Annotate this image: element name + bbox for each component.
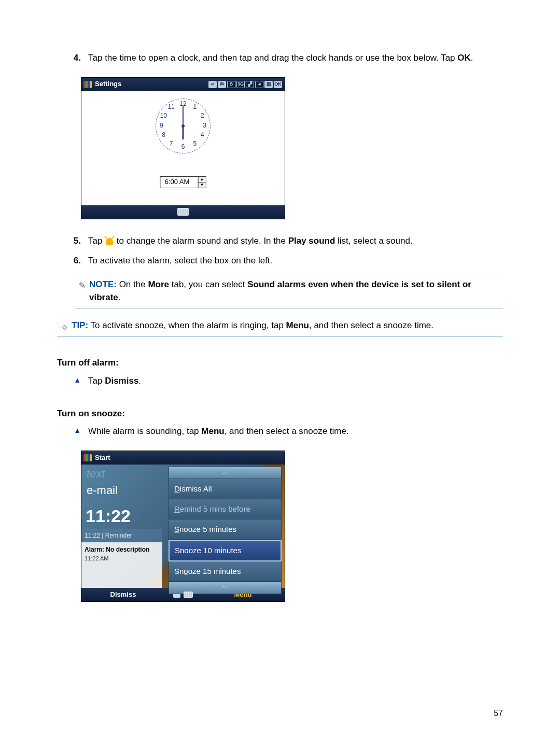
clock-num-1: 1 [190, 103, 200, 112]
clock-num-9: 9 [157, 121, 166, 130]
tip-label: TIP: [72, 320, 88, 330]
menu-item[interactable]: Snooze 5 minutes [169, 519, 282, 540]
bottom-bar [81, 205, 285, 219]
spin-down-icon[interactable]: ▼ [198, 182, 205, 188]
start-flag-icon [83, 81, 92, 88]
screenshot-settings-clock: Settings ∞ ✉ B 3G ▞ ◄ ▥ OK 12 1 2 3 4 5 … [81, 77, 503, 219]
clock-num-10: 10 [159, 111, 169, 120]
text-bold: Menu [286, 320, 309, 330]
tip-callout: ☼ TIP: To activate snooze, when the alar… [57, 316, 503, 337]
clock-num-4: 4 [198, 131, 207, 140]
menu-item[interactable]: Snooze 15 minutes [169, 561, 282, 582]
today-clock: 11:22 [81, 502, 162, 529]
keyboard-icon[interactable] [184, 592, 193, 598]
text: Tap [88, 376, 105, 386]
title-bar-start: Start [81, 451, 285, 465]
bell-icon [105, 237, 114, 246]
turn-off-body: Tap Dismiss. [88, 375, 503, 388]
clock-pivot [181, 124, 185, 128]
spin-up-icon[interactable]: ▲ [198, 177, 205, 182]
text: Tap [88, 236, 105, 246]
minute-hand[interactable] [183, 106, 184, 126]
network-3g-icon: 3G [236, 81, 245, 88]
text: list, select a sound. [335, 236, 412, 246]
volume-icon: ◄ [255, 81, 263, 88]
softkey-dismiss[interactable]: Dismiss [81, 590, 165, 600]
text-bold: Menu [201, 426, 224, 436]
menu-item[interactable]: Snooze 10 minutes [169, 540, 282, 561]
clock-num-2: 2 [198, 111, 207, 120]
tip-icon: ☼ [57, 319, 72, 332]
list-body-4: Tap the time to open a clock, and then t… [88, 52, 503, 65]
note-callout: ✎ NOTE: On the More tab, you can select … [75, 275, 503, 308]
note-label: NOTE: [89, 279, 117, 289]
mail-icon: ✉ [218, 81, 226, 88]
heading-turn-off-alarm: Turn off alarm: [57, 357, 503, 370]
today-text-label: text [81, 465, 162, 482]
voicemail-icon: ∞ [208, 81, 217, 88]
keyboard-icon[interactable] [177, 208, 189, 216]
page-number: 57 [494, 707, 503, 719]
list-body-6: To activate the alarm, select the box on… [88, 255, 503, 268]
today-email-label: e-mail [81, 482, 162, 502]
heading-turn-on-snooze: Turn on snooze: [57, 407, 503, 420]
text: . [138, 376, 141, 386]
text: . [471, 53, 473, 63]
text: , and then select a snooze time. [225, 426, 349, 436]
ok-button[interactable]: OK [274, 81, 282, 88]
list-number-5: 5. [57, 235, 88, 248]
list-body-5: Tap to change the alarm sound and style.… [88, 235, 503, 248]
text: to change the alarm sound and style. In … [114, 236, 288, 246]
menu-item: Remind 5 mins before [169, 499, 282, 519]
text: To activate snooze, when the alarm is ri… [91, 320, 286, 330]
title-text: Start [95, 453, 110, 463]
triangle-bullet-icon: ▲ [57, 425, 88, 438]
clock-num-6: 6 [178, 143, 188, 152]
time-spinner[interactable]: ▲▼ [198, 177, 205, 188]
text-bold: Dismiss [105, 376, 138, 386]
list-number-4: 4. [57, 52, 88, 65]
text: . [118, 292, 121, 302]
clock-num-8: 8 [159, 131, 169, 140]
clock-num-3: 3 [200, 121, 209, 130]
triangle-bullet-icon: ▲ [57, 375, 88, 388]
time-value[interactable]: 6:00 AM [161, 177, 198, 188]
clock-num-11: 11 [166, 103, 176, 112]
bluetooth-icon: B [227, 81, 235, 88]
hour-hand[interactable] [183, 126, 184, 139]
alarm-title: Alarm: No description [85, 545, 159, 554]
reminder-header: 11:22 | Reminder [81, 529, 162, 542]
text: , and then select a snooze time. [309, 320, 433, 330]
title-bar: Settings ∞ ✉ B 3G ▞ ◄ ▥ OK [81, 78, 285, 91]
text-bold: Play sound [288, 236, 335, 246]
text-bold: More [148, 279, 169, 289]
menu-item[interactable]: Dismiss All [169, 479, 282, 499]
today-pane: text e-mail 11:22 11:22 | Reminder Alarm… [81, 465, 162, 588]
alarm-card: Alarm: No description 11:22 AM [81, 542, 162, 588]
clock-area[interactable]: 12 1 2 3 4 5 6 7 8 9 10 11 6:00 AM ▲▼ [81, 91, 285, 205]
battery-icon: ▥ [264, 81, 273, 88]
signal-icon: ▞ [246, 81, 254, 88]
snooze-menu: ︿ Dismiss AllRemind 5 mins beforeSnooze … [169, 467, 282, 586]
alarm-time: 11:22 AM [85, 555, 159, 563]
clock-num-7: 7 [166, 139, 176, 148]
text: On the [119, 279, 148, 289]
time-input[interactable]: 6:00 AM ▲▼ [160, 176, 206, 188]
menu-scroll-up[interactable]: ︿ [169, 467, 282, 479]
clock-num-5: 5 [190, 139, 200, 148]
note-icon: ✎ [75, 278, 89, 304]
screenshot-start-snooze: Start text e-mail 11:22 11:22 | Reminder… [81, 451, 503, 602]
clock-face[interactable]: 12 1 2 3 4 5 6 7 8 9 10 11 [156, 99, 211, 153]
text-bold: OK [457, 53, 471, 63]
title-text: Settings [95, 79, 121, 89]
text: tab, you can select [169, 279, 247, 289]
list-number-6: 6. [57, 255, 88, 268]
text: Tap the time to open a clock, and then t… [88, 53, 457, 63]
start-flag-icon [83, 454, 92, 461]
text: While alarm is sounding, tap [88, 426, 201, 436]
turn-on-body: While alarm is sounding, tap Menu, and t… [88, 425, 503, 438]
